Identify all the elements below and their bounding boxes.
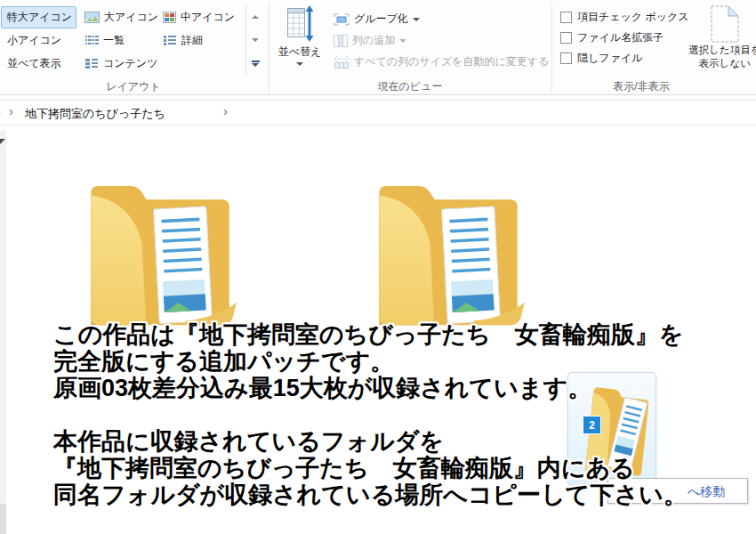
item-check-boxes-row[interactable]: 項目チェック ボックス (560, 10, 689, 25)
hidden-items-row[interactable]: 隠しファイル (560, 51, 642, 66)
list-view-button[interactable]: 一覧 (78, 29, 131, 52)
breadcrumb-folder-name[interactable]: 地下拷問室のちびっ子たち (25, 106, 165, 122)
annotation-line (53, 401, 688, 428)
tiles-view-button[interactable]: 並べて表示 (1, 53, 76, 75)
content-view-label: コンテンツ (103, 56, 157, 71)
show-hide-group-label: 表示/非表示 (552, 79, 730, 94)
checkbox-unchecked-icon[interactable] (560, 32, 572, 44)
scroll-arrow-icon (0, 139, 5, 144)
small-icons-label: 小アイコン (7, 33, 61, 48)
more-options-icon (252, 61, 260, 67)
breadcrumb-chevron-icon[interactable]: › (223, 103, 228, 118)
medium-icons-button[interactable]: 中アイコン (157, 6, 241, 28)
file-extensions-row[interactable]: ファイル名拡張子 (560, 30, 664, 45)
scroll-down-button[interactable] (248, 30, 262, 50)
folder-icon[interactable] (76, 166, 240, 335)
group-divider (269, 3, 269, 92)
details-view-button[interactable]: 詳細 (157, 29, 209, 52)
annotation-line: 原画03枚差分込み最15大枚が収録されています。 (53, 375, 688, 401)
hidden-items-label: 隠しファイル (577, 51, 642, 66)
scrollbar-thumb[interactable] (0, 504, 6, 534)
sort-by-label: 並べ替え (278, 44, 322, 60)
size-columns-icon (334, 55, 350, 69)
large-icons-button[interactable]: 大アイコン (78, 6, 165, 28)
left-scrollbar[interactable] (0, 130, 6, 534)
tiles-icon (163, 12, 176, 23)
add-columns-label: 列の追加 (352, 33, 395, 48)
breadcrumb-chevron-icon[interactable]: › (9, 103, 13, 118)
annotation-line: 同名フォルダが収録されている場所へコピーして下さい。 (53, 481, 688, 508)
group-divider (551, 3, 552, 92)
hide-selected-items-button[interactable]: 選択した項目を 表示しない (680, 4, 756, 70)
hidden-file-icon (709, 4, 741, 44)
annotation-line: 『地下拷問室のちびっ子たち 女畜輪痴版』内にある (53, 455, 688, 481)
checkbox-unchecked-icon[interactable] (560, 12, 572, 23)
checkbox-unchecked-icon[interactable] (560, 53, 572, 64)
item-check-boxes-label: 項目チェック ボックス (577, 10, 689, 25)
extra-large-icons-label: 特大アイコン (7, 10, 72, 25)
hide-selected-label-line1: 選択した項目を (688, 44, 756, 57)
hide-selected-label-line2: 表示しない (699, 57, 751, 70)
file-view-area: 2 へ移動 この作品は『地下拷問室のちびっ子たち 女畜輪痴版』を 完全版にする追… (0, 125, 756, 534)
dropdown-icon (399, 39, 406, 43)
divider (245, 4, 246, 76)
list-view-label: 一覧 (103, 33, 125, 48)
chevron-up-icon (252, 15, 259, 19)
scroll-up-button[interactable] (248, 7, 262, 27)
layout-group-label: レイアウト (0, 79, 267, 94)
dropdown-icon (413, 18, 420, 21)
small-icons-button[interactable]: 小アイコン (1, 29, 76, 52)
breadcrumb-chevron-icon: › (0, 103, 1, 118)
group-by-label: グループ化 (354, 12, 408, 27)
dropdown-icon (296, 62, 303, 66)
add-columns-icon (334, 35, 348, 47)
address-bar[interactable]: › › 地下拷問室のちびっ子たち › (0, 100, 756, 125)
details-icon (163, 35, 177, 46)
annotation-line: 本作品に収録されているフォルダを (53, 428, 688, 455)
more-layouts-button[interactable] (248, 53, 262, 73)
chevron-down-icon (252, 38, 259, 42)
explorer-window: 特大アイコン 大アイコン 中アイコン 小アイコン 一覧 詳細 並べて表示 コンテ… (0, 0, 756, 534)
folder-icon[interactable] (365, 166, 528, 335)
large-icons-label: 大アイコン (104, 10, 158, 25)
picture-icon (84, 12, 100, 23)
details-view-label: 詳細 (181, 33, 203, 48)
list-icon (84, 35, 99, 46)
annotation-text-block: この作品は『地下拷問室のちびっ子たち 女畜輪痴版』を 完全版にする追加パッチです… (53, 321, 688, 508)
content-icon (84, 58, 99, 69)
content-view-button[interactable]: コンテンツ (78, 53, 164, 75)
add-columns-button[interactable]: 列の追加 (327, 29, 413, 52)
file-extensions-label: ファイル名拡張子 (577, 30, 664, 45)
group-by-icon (334, 13, 350, 26)
move-to-tooltip-text: へ移動 (688, 484, 725, 500)
ribbon-view-tab: 特大アイコン 大アイコン 中アイコン 小アイコン 一覧 詳細 並べて表示 コンテ… (0, 0, 756, 95)
current-view-group-label: 現在のビュー (269, 79, 551, 94)
size-all-columns-label: すべての列のサイズを自動的に変更する (354, 54, 549, 69)
sort-by-button[interactable]: 並べ替え (274, 5, 326, 66)
group-by-button[interactable]: グループ化 (327, 8, 426, 30)
sort-by-icon (286, 5, 313, 43)
annotation-line: この作品は『地下拷問室のちびっ子たち 女畜輪痴版』を (53, 321, 688, 348)
extra-large-icons-button[interactable]: 特大アイコン (1, 6, 76, 28)
tiles-view-label: 並べて表示 (7, 56, 61, 71)
annotation-line: 完全版にする追加パッチです。 (53, 348, 688, 375)
medium-icons-label: 中アイコン (181, 10, 235, 25)
size-all-columns-button[interactable]: すべての列のサイズを自動的に変更する (327, 51, 555, 73)
